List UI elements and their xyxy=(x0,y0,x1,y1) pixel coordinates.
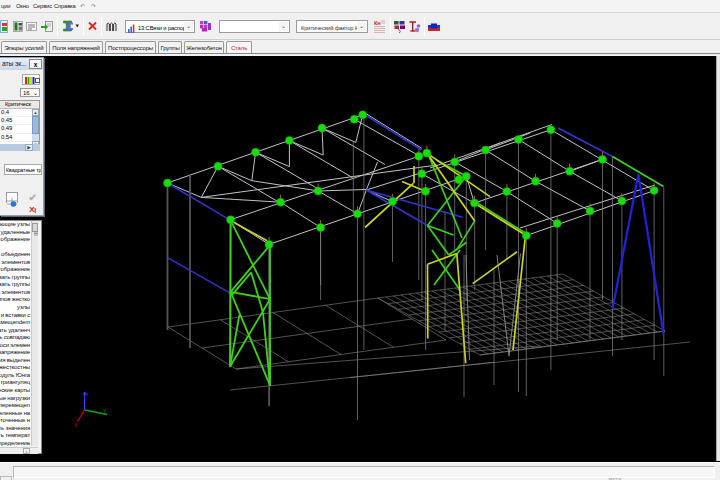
svg-text:X: X xyxy=(74,422,78,428)
svg-text:z: z xyxy=(86,391,89,397)
svg-text:Y: Y xyxy=(103,408,107,414)
svg-text:Кн: Кн xyxy=(374,20,380,26)
